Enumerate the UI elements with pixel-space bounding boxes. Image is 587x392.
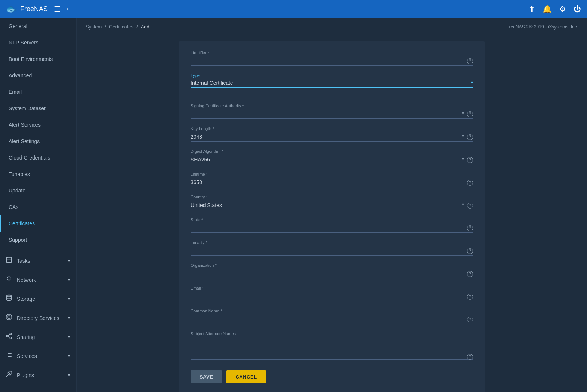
copyright-text: FreeNAS® © 2019 - iXsystems, Inc.: [506, 24, 578, 30]
app-logo: 🐟 FreeNAS: [6, 4, 48, 14]
key-length-help-icon[interactable]: ?: [467, 134, 473, 140]
digest-algorithm-help-icon[interactable]: ?: [467, 157, 473, 163]
directory-services-icon: [6, 314, 12, 322]
common-name-input[interactable]: [191, 315, 473, 324]
sidebar-item-support[interactable]: Support: [0, 232, 76, 248]
tasks-icon: [6, 256, 12, 265]
sidebar-item-network[interactable]: Network ▾: [0, 270, 76, 289]
subject-alt-names-help-icon[interactable]: ?: [467, 354, 473, 360]
common-name-field-group: Common Name * ?: [191, 309, 473, 324]
type-select[interactable]: Internal Certificate CA-Signed Certifica…: [191, 78, 473, 88]
country-select[interactable]: United States: [191, 201, 473, 210]
email-help-icon[interactable]: ?: [467, 294, 473, 300]
sidebar-item-email[interactable]: Email: [0, 84, 76, 100]
sidebar: General NTP Servers Boot Environments Ad…: [0, 18, 77, 392]
email-input[interactable]: [191, 292, 473, 301]
sidebar-item-alert-settings[interactable]: Alert Settings: [0, 133, 76, 149]
services-icon: [6, 352, 12, 360]
sidebar-item-directory-services[interactable]: Directory Services ▾: [0, 308, 76, 327]
svg-point-7: [10, 333, 12, 335]
sidebar-item-cas[interactable]: CAs: [0, 199, 76, 215]
breadcrumb-add: Add: [141, 24, 149, 30]
sidebar-label-network: Network: [17, 277, 36, 283]
menu-icon[interactable]: ☰: [54, 4, 61, 13]
country-help-icon[interactable]: ?: [467, 203, 473, 209]
tasks-arrow: ▾: [68, 258, 70, 263]
common-name-help-icon[interactable]: ?: [467, 317, 473, 322]
sharing-icon: [6, 333, 12, 341]
main-layout: General NTP Servers Boot Environments Ad…: [0, 18, 587, 392]
network-arrow: ▾: [68, 277, 70, 283]
key-length-select[interactable]: 1024 2048 4096: [191, 132, 473, 142]
svg-rect-0: [6, 257, 12, 263]
sidebar-item-advanced[interactable]: Advanced: [0, 67, 76, 84]
key-length-field-group: Key Length * 1024 2048 4096 ▾ ?: [191, 126, 473, 142]
plugins-icon: [6, 371, 12, 379]
back-icon[interactable]: ‹: [67, 6, 68, 12]
sidebar-label-boot: Boot Environments: [9, 56, 53, 62]
breadcrumb-sep-2: /: [136, 24, 138, 30]
state-help-icon[interactable]: ?: [467, 225, 473, 231]
sidebar-label-plugins: Plugins: [17, 372, 34, 378]
divider-1: [191, 96, 473, 96]
organization-help-icon[interactable]: ?: [467, 271, 473, 277]
sidebar-item-cloud-credentials[interactable]: Cloud Credentials: [0, 149, 76, 166]
services-arrow: ▾: [68, 354, 70, 359]
sidebar-item-boot-environments[interactable]: Boot Environments: [0, 51, 76, 67]
sidebar-label-general: General: [9, 23, 27, 29]
breadcrumb-system[interactable]: System: [86, 24, 102, 30]
settings-icon[interactable]: ⚙: [559, 4, 566, 13]
sidebar-label-tasks: Tasks: [17, 258, 30, 264]
sidebar-item-tunables[interactable]: Tunables: [0, 166, 76, 182]
subject-alt-names-field-group: Subject Alternate Names ?: [191, 331, 473, 361]
sidebar-item-system-dataset[interactable]: System Dataset: [0, 100, 76, 117]
sidebar-item-general[interactable]: General: [0, 18, 76, 34]
digest-algorithm-select[interactable]: SHA1 SHA224 SHA256 SHA384 SHA512: [191, 155, 473, 164]
logo-icon: 🐟: [6, 4, 17, 14]
signing-ca-select[interactable]: [191, 109, 473, 119]
signing-ca-help-icon[interactable]: ?: [467, 111, 473, 117]
common-name-label: Common Name *: [191, 309, 473, 313]
directory-services-arrow: ▾: [68, 315, 70, 321]
sidebar-label-services: Services: [17, 353, 37, 359]
sidebar-item-alert-services[interactable]: Alert Services: [0, 117, 76, 133]
bell-icon[interactable]: 🔔: [543, 4, 552, 13]
sidebar-item-ntp-servers[interactable]: NTP Servers: [0, 34, 76, 51]
sidebar-item-update[interactable]: Update: [0, 182, 76, 199]
lifetime-help-icon[interactable]: ?: [467, 180, 473, 186]
state-input[interactable]: [191, 223, 473, 233]
save-button[interactable]: SAVE: [191, 370, 222, 383]
breadcrumb-certificates[interactable]: Certificates: [109, 24, 133, 30]
sidebar-label-email: Email: [9, 89, 22, 95]
locality-input[interactable]: [191, 246, 473, 256]
identifier-input[interactable]: [191, 56, 473, 66]
sidebar-item-storage[interactable]: Storage ▾: [0, 289, 76, 308]
subject-alt-names-input[interactable]: [191, 337, 473, 360]
country-label: Country *: [191, 195, 473, 199]
storage-icon: [6, 294, 12, 303]
upload-icon[interactable]: ⬆: [529, 4, 535, 13]
power-icon[interactable]: ⏻: [574, 5, 581, 13]
lifetime-field-group: Lifetime * ?: [191, 172, 473, 187]
digest-algorithm-field-group: Digest Algorithm * SHA1 SHA224 SHA256 SH…: [191, 149, 473, 164]
locality-field-group: Locality * ?: [191, 240, 473, 256]
lifetime-input[interactable]: [191, 178, 473, 187]
breadcrumb-nav: System / Certificates / Add: [86, 24, 149, 30]
sidebar-item-tasks[interactable]: Tasks ▾: [0, 251, 76, 270]
sidebar-item-plugins[interactable]: Plugins ▾: [0, 365, 76, 385]
sidebar-label-directory-services: Directory Services: [17, 315, 59, 321]
sidebar-item-certificates[interactable]: Certificates: [0, 215, 76, 232]
organization-input[interactable]: [191, 269, 473, 278]
breadcrumb: System / Certificates / Add FreeNAS® © 2…: [77, 18, 587, 36]
key-length-label: Key Length *: [191, 126, 473, 131]
form-container: Identifier * ? Type Internal Certificate: [77, 36, 587, 392]
type-field-group: Type Internal Certificate CA-Signed Cert…: [191, 73, 473, 88]
sidebar-item-services[interactable]: Services ▾: [0, 346, 76, 365]
cancel-button[interactable]: CANCEL: [226, 370, 266, 383]
sidebar-item-sharing[interactable]: Sharing ▾: [0, 327, 76, 346]
sidebar-label-tunables: Tunables: [9, 171, 30, 177]
sidebar-label-alert-services: Alert Services: [9, 122, 41, 128]
locality-help-icon[interactable]: ?: [467, 248, 473, 254]
button-row: SAVE CANCEL: [191, 370, 473, 383]
identifier-help-icon[interactable]: ?: [467, 58, 473, 64]
